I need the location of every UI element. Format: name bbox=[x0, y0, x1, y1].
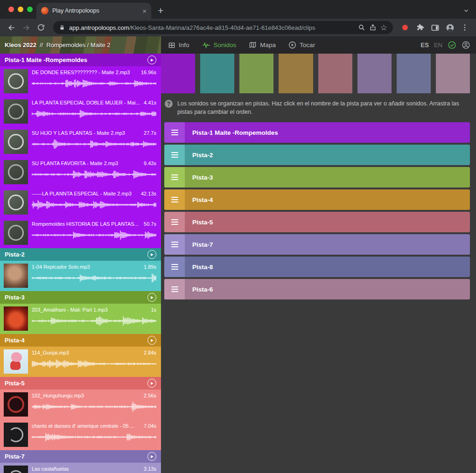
track-play-button[interactable] bbox=[147, 379, 156, 388]
reload-icon[interactable] bbox=[35, 21, 48, 34]
clip[interactable]: Las castañuelas 3.13s bbox=[0, 463, 161, 473]
clip-duration: 16.96s bbox=[141, 69, 156, 76]
track-row[interactable]: Pista-5 bbox=[164, 212, 470, 232]
drag-handle-icon[interactable] bbox=[164, 279, 185, 299]
track-header[interactable]: Pista-5 bbox=[0, 377, 161, 390]
nav-item-info[interactable]: Info bbox=[168, 42, 189, 49]
track-row[interactable]: Pista-6 bbox=[164, 279, 470, 299]
track-swatch[interactable] bbox=[357, 54, 392, 93]
minimize-window-button[interactable] bbox=[18, 7, 23, 12]
track-swatch[interactable] bbox=[279, 54, 313, 93]
tab-search-chevron-icon[interactable] bbox=[463, 7, 469, 14]
clip[interactable]: 102_Hunguhungu.mp3 2.56s bbox=[0, 390, 161, 420]
track-header[interactable]: Pista-2 bbox=[0, 248, 161, 261]
drag-handle-icon[interactable] bbox=[164, 122, 185, 143]
extensions-puzzle-icon[interactable] bbox=[413, 21, 427, 34]
track-swatch[interactable] bbox=[318, 54, 352, 93]
track-row[interactable]: Pista-1 Maite -Rompemoldes bbox=[164, 122, 470, 143]
track-play-button[interactable] bbox=[147, 56, 156, 64]
clip[interactable]: 1-04 Repicador Solo.mp3 1.89s bbox=[0, 261, 161, 291]
track-swatch[interactable] bbox=[239, 54, 273, 93]
clip-thumbnail bbox=[4, 392, 28, 417]
clip[interactable]: 114_Gunjai.mp3 2.84s bbox=[0, 347, 161, 377]
sonidos-wave-icon bbox=[202, 41, 210, 49]
breadcrumb-project-link[interactable]: Kleos 2022 bbox=[5, 42, 36, 49]
drag-handle-icon[interactable] bbox=[164, 212, 185, 232]
clip-name: LA PLANTA ESPECIAL DOBLE MUJER - Mai... bbox=[32, 99, 140, 106]
nav-item-mapa[interactable]: Mapa bbox=[249, 41, 276, 49]
track-play-button[interactable] bbox=[147, 452, 156, 461]
clip[interactable]: DE DONDE ERES???????? - Maite 2.mp3 16.9… bbox=[0, 66, 161, 97]
bookmark-star-icon[interactable]: ☆ bbox=[380, 24, 387, 32]
track-header[interactable]: Pista-1 Maite -Rompemoldes bbox=[0, 54, 161, 66]
profile-avatar[interactable] bbox=[443, 21, 456, 34]
tab-title: Play Antropoloops bbox=[52, 7, 139, 14]
clip[interactable]: ------LA PLANNTA ESPECIAL - Maite 2.mp3 … bbox=[0, 188, 161, 218]
clip-thumbnail bbox=[4, 69, 28, 93]
clip[interactable]: chants et danses d' amerique centrale - … bbox=[0, 420, 161, 450]
nav-label-sonidos: Sonidos bbox=[214, 42, 237, 49]
track-row[interactable]: Pista-7 bbox=[164, 234, 470, 255]
track-header[interactable]: Pista-4 bbox=[0, 334, 161, 347]
track-play-button[interactable] bbox=[147, 293, 156, 302]
clip-info-row: Las castañuelas 3.13s bbox=[32, 466, 156, 473]
clip-body: DE DONDE ERES???????? - Maite 2.mp3 16.9… bbox=[32, 69, 156, 95]
recording-extension-icon[interactable] bbox=[399, 21, 412, 34]
clip-list: Las castañuelas 3.13s bbox=[0, 463, 161, 473]
clip[interactable]: 203_Amalihani - Mali: Part 1.mp3 1s bbox=[0, 304, 161, 334]
clip[interactable]: SU PLANTA FAVORITA - Maite 2.mp3 9.43s bbox=[0, 157, 161, 188]
track-play-button[interactable] bbox=[147, 250, 156, 259]
lang-en-button[interactable]: EN bbox=[434, 42, 442, 49]
track-row[interactable]: Pista-4 bbox=[164, 189, 470, 210]
track-color-strip bbox=[161, 54, 476, 93]
back-icon[interactable] bbox=[5, 21, 18, 34]
zoom-window-button[interactable] bbox=[27, 7, 33, 12]
clip-waveform bbox=[32, 199, 156, 211]
mapa-map-icon bbox=[249, 41, 257, 49]
new-tab-button[interactable]: + bbox=[158, 6, 163, 15]
track-swatch[interactable] bbox=[397, 54, 431, 93]
close-window-button[interactable] bbox=[8, 7, 14, 12]
tab-close-icon[interactable]: × bbox=[142, 7, 147, 14]
track-swatch[interactable] bbox=[161, 54, 195, 93]
menu-kebab-icon[interactable] bbox=[458, 21, 471, 34]
drag-handle-icon[interactable] bbox=[164, 189, 185, 210]
clip[interactable]: Rompemoldes HISTORIA DE LAS PLANTAS... 5… bbox=[0, 218, 161, 248]
track-row[interactable]: Pista-3 bbox=[164, 167, 470, 188]
track-row[interactable]: Pista-2 bbox=[164, 145, 470, 165]
browser-tab[interactable]: Play Antropoloops × bbox=[36, 3, 151, 19]
drag-handle-icon[interactable] bbox=[164, 145, 185, 165]
padlock-icon[interactable] bbox=[59, 24, 65, 31]
drag-handle-icon[interactable] bbox=[164, 167, 185, 188]
side-panel-icon[interactable] bbox=[428, 21, 441, 34]
clip-name: 203_Amalihani - Mali: Part 1.mp3 bbox=[32, 306, 108, 313]
track-play-button[interactable] bbox=[147, 336, 156, 345]
nav-item-tocar[interactable]: Tocar bbox=[288, 41, 315, 49]
share-icon[interactable] bbox=[369, 24, 377, 31]
zoom-icon[interactable] bbox=[358, 24, 365, 31]
track-swatch[interactable] bbox=[200, 54, 234, 93]
clip[interactable]: LA PLANTA ESPECIAL DOBLE MUJER - Mai... … bbox=[0, 97, 161, 127]
track-swatch[interactable] bbox=[436, 54, 470, 93]
track-row[interactable]: Pista-8 bbox=[164, 257, 470, 277]
clip-list: 1-04 Repicador Solo.mp3 1.89s bbox=[0, 261, 161, 291]
track-row-label: Pista-6 bbox=[192, 286, 213, 293]
drag-handle-icon[interactable] bbox=[164, 257, 185, 277]
clip-body: LA PLANTA ESPECIAL DOBLE MUJER - Mai... … bbox=[32, 99, 156, 125]
clip-name: chants et danses d' amerique centrale - … bbox=[32, 423, 134, 430]
check-circle-icon[interactable] bbox=[448, 41, 456, 49]
track-header[interactable]: Pista-3 bbox=[0, 291, 161, 304]
drag-handle-icon[interactable] bbox=[164, 234, 185, 255]
sidebar-track-section: Pista-5 102_Hunguhungu.mp3 2.56s bbox=[0, 377, 161, 450]
clip-thumbnail bbox=[4, 264, 28, 288]
clip-waveform bbox=[32, 401, 156, 413]
forward-icon[interactable] bbox=[20, 21, 33, 34]
track-title: Pista-1 Maite -Rompemoldes bbox=[5, 56, 87, 63]
clip[interactable]: SU HIJO Y LAS PLANTAS - Maite 2.mp3 27.7… bbox=[0, 127, 161, 157]
nav-item-sonidos[interactable]: Sonidos bbox=[202, 41, 237, 49]
track-header[interactable]: Pista-7 bbox=[0, 450, 161, 463]
account-icon[interactable] bbox=[462, 41, 470, 49]
lang-es-button[interactable]: ES bbox=[421, 42, 429, 49]
play-icon bbox=[151, 253, 154, 256]
url-bar[interactable]: app.antropoloops.com/Kleos-Santa-Marina/… bbox=[53, 21, 393, 34]
